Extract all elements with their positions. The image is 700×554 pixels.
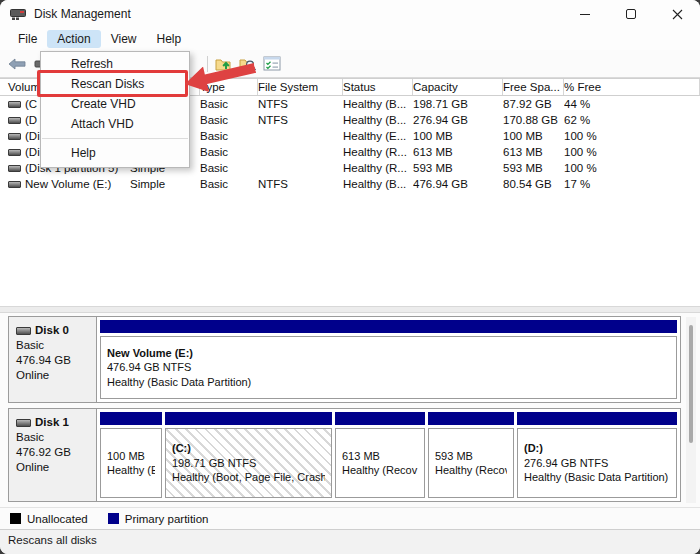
maximize-icon [626, 9, 636, 19]
menu-item-refresh[interactable]: Refresh [41, 54, 189, 74]
disk-name: Disk 1 [35, 415, 69, 430]
cell-free-space: 593 MB [503, 162, 564, 174]
cell-capacity: 100 MB [413, 130, 503, 142]
close-button[interactable] [654, 0, 700, 28]
partition-size: 476.94 GB NTFS [107, 360, 670, 375]
partition-title: New Volume (E:) [107, 346, 670, 361]
partition-status: Healthy (E [107, 463, 155, 478]
cell-status: Healthy (R... [343, 162, 413, 174]
cell-pct-free: 100 % [564, 146, 700, 158]
primary-partition-bar [335, 412, 425, 425]
partition-recovery-1[interactable]: 613 MB Healthy (Recov [335, 412, 425, 498]
volume-icon [8, 165, 21, 172]
volume-name: (Di [25, 146, 40, 158]
window-title: Disk Management [34, 7, 131, 21]
partition-size: 100 MB [107, 449, 155, 464]
pane-splitter[interactable] [0, 306, 700, 313]
primary-partition-bar [428, 412, 514, 425]
primary-partition-bar [100, 412, 162, 425]
cell-type: Basic [200, 178, 258, 190]
minimize-button[interactable] [562, 0, 608, 28]
partition-legend: Unallocated Primary partition [0, 507, 700, 529]
partition-title: (D:) [524, 441, 670, 456]
column-header-file-system[interactable]: File System [254, 79, 343, 95]
column-header-pct-free[interactable]: % Free [560, 79, 700, 95]
back-icon[interactable] [6, 53, 28, 75]
graphical-view-pane: Disk 0 Basic 476.94 GB Online New Volume… [0, 313, 700, 507]
volume-icon [8, 117, 21, 124]
disk-type: Basic [16, 430, 89, 445]
volume-icon [8, 181, 21, 188]
minimize-icon [580, 14, 590, 15]
disk1-panel: Disk 1 Basic 476.92 GB Online 100 MB Hea… [8, 408, 681, 502]
cell-capacity: 276.94 GB [413, 114, 503, 126]
partition-new-volume-e[interactable]: New Volume (E:) 476.94 GB NTFS Healthy (… [100, 320, 677, 399]
column-header-status[interactable]: Status [339, 79, 413, 95]
cell-pct-free: 44 % [564, 98, 700, 110]
volume-icon [8, 149, 21, 156]
cell-status: Healthy (E... [343, 130, 413, 142]
disk-size: 476.92 GB [16, 445, 89, 460]
maximize-button[interactable] [608, 0, 654, 28]
volume-name: (D [25, 114, 37, 126]
disk-icon [16, 327, 31, 335]
cell-free-space: 613 MB [503, 146, 564, 158]
volume-name: New Volume (E:) [25, 178, 111, 190]
partition-status: Healthy (Recov [435, 463, 507, 478]
cell-pct-free: 62 % [564, 114, 700, 126]
menu-item-attach-vhd[interactable]: Attach VHD [41, 114, 189, 134]
status-bar: Rescans all disks [0, 529, 700, 554]
cell-type: Basic [200, 130, 258, 142]
disk0-label[interactable]: Disk 0 Basic 476.94 GB Online [9, 317, 97, 402]
disk-status: Online [16, 368, 89, 383]
partition-recovery-2[interactable]: 593 MB Healthy (Recov [428, 412, 514, 498]
cell-capacity: 593 MB [413, 162, 503, 174]
partition-status: Healthy (Recov [342, 463, 418, 478]
scrollbar-thumb[interactable] [689, 325, 693, 443]
cell-status: Healthy (B... [343, 114, 413, 126]
menu-file[interactable]: File [8, 30, 47, 48]
cell-free-space: 80.54 GB [503, 178, 564, 190]
partition-c-drive[interactable]: (C:) 198.71 GB NTFS Healthy (Boot, Page … [165, 412, 332, 498]
menu-item-create-vhd[interactable]: Create VHD [41, 94, 189, 114]
partition-size: 198.71 GB NTFS [172, 456, 325, 471]
menu-item-help[interactable]: Help [41, 143, 189, 163]
menu-separator [42, 138, 188, 139]
cell-capacity: 613 MB [413, 146, 503, 158]
cell-pct-free: 17 % [564, 178, 700, 190]
menu-action[interactable]: Action [47, 30, 100, 48]
partition-status: Healthy (Basic Data Partition) [524, 470, 670, 485]
title-bar: Disk Management [0, 0, 700, 28]
partition-d-drive[interactable]: (D:) 276.94 GB NTFS Healthy (Basic Data … [517, 412, 677, 498]
menu-item-rescan-disks[interactable]: Rescan Disks [41, 74, 189, 94]
table-row[interactable]: New Volume (E:) Simple Basic NTFS Health… [0, 176, 700, 192]
column-header-capacity[interactable]: Capacity [409, 79, 503, 95]
folder-up-icon[interactable] [213, 53, 235, 75]
disk-icon [16, 419, 31, 427]
vertical-scrollbar[interactable] [686, 317, 696, 503]
column-header-free-space[interactable]: Free Spa... [499, 79, 564, 95]
disk-status: Online [16, 460, 89, 475]
column-header-type[interactable]: Type [196, 79, 258, 95]
volume-icon [8, 101, 21, 108]
cell-type: Basic [200, 162, 258, 174]
menu-help[interactable]: Help [147, 30, 192, 48]
cell-capacity: 198.71 GB [413, 98, 503, 110]
partition-size: 276.94 GB NTFS [524, 456, 670, 471]
disk0-panel: Disk 0 Basic 476.94 GB Online New Volume… [8, 316, 681, 403]
partition-system[interactable]: 100 MB Healthy (E [100, 412, 162, 498]
volume-icon [8, 133, 21, 140]
checklist-icon[interactable] [261, 53, 283, 75]
cell-file-system: NTFS [258, 114, 343, 126]
disk-name: Disk 0 [35, 323, 69, 338]
disk-type: Basic [16, 338, 89, 353]
partition-status: Healthy (Basic Data Partition) [107, 375, 670, 390]
disk1-label[interactable]: Disk 1 Basic 476.92 GB Online [9, 409, 97, 501]
toolbar-separator [207, 56, 208, 72]
menu-view[interactable]: View [101, 30, 147, 48]
find-icon[interactable] [237, 53, 259, 75]
cell-type: Basic [200, 146, 258, 158]
cell-status: Healthy (B... [343, 178, 413, 190]
cell-status: Healthy (B... [343, 98, 413, 110]
menu-bar: File Action View Help [0, 28, 700, 50]
